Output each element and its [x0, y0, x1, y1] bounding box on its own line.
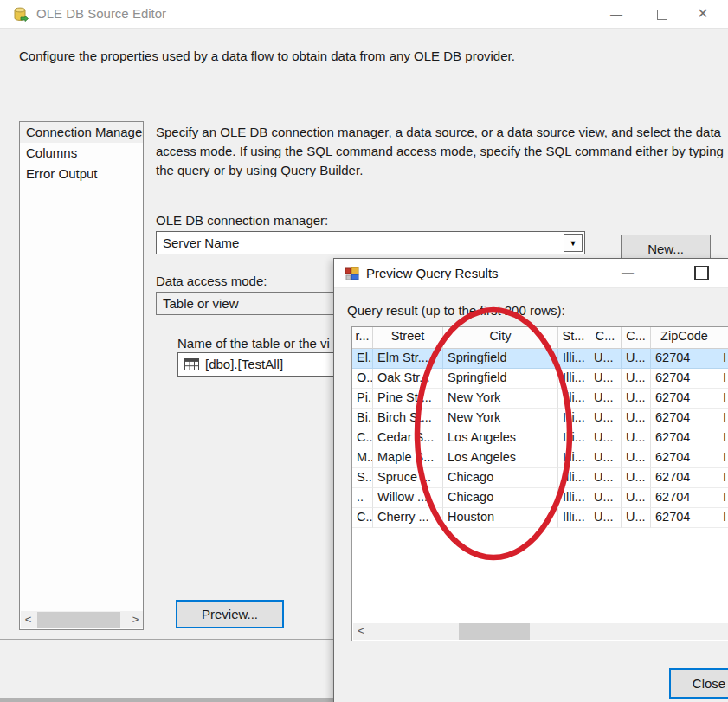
table-cell: U...	[589, 488, 622, 508]
table-cell: 62704	[651, 409, 718, 428]
table-row[interactable]: Pi...Pine Str...New YorkIlli...U...U...6…	[352, 389, 728, 409]
scrollbar-thumb[interactable]	[37, 612, 120, 628]
table-row[interactable]: Bi...Birch St...New YorkIlli...U...U...6…	[352, 409, 728, 428]
table-cell: I	[718, 409, 728, 428]
preview-titlebar: Preview Query Results —	[334, 259, 728, 288]
table-cell: Illi...	[558, 448, 589, 468]
table-cell: Chicago	[443, 468, 558, 488]
table-cell: Illi...	[558, 389, 589, 409]
table-cell: O...	[352, 369, 373, 389]
table-cell: Willow ...	[373, 488, 443, 508]
scroll-right-icon[interactable]: >	[128, 611, 143, 628]
table-cell: I	[718, 369, 728, 389]
table-row[interactable]: S...Spruce ...ChicagoIlli...U...U...6270…	[352, 468, 728, 488]
table-cell: Los Angeles	[443, 448, 558, 468]
table-cell: U...	[622, 349, 651, 369]
table-cell: I	[718, 508, 728, 528]
table-cell: Illi...	[558, 428, 589, 448]
table-row[interactable]: M...Maple S...Los AngelesIlli...U...U...…	[352, 448, 728, 468]
table-cell: U...	[589, 428, 622, 448]
grid-header-cell[interactable]: C...	[589, 327, 622, 349]
table-cell: I	[718, 389, 728, 409]
table-cell: Pi...	[352, 389, 373, 409]
table-cell: U...	[622, 468, 651, 488]
table-name-value-wrap: [dbo].[TestAll]	[184, 357, 283, 373]
scroll-left-icon[interactable]: <	[353, 623, 369, 640]
table-row[interactable]: El...Elm Str...SpringfieldIlli...U...U..…	[352, 349, 728, 369]
table-cell: Springfield	[443, 349, 558, 369]
data-access-mode-label: Data access mode:	[156, 274, 267, 288]
table-cell: M...	[352, 448, 373, 468]
table-cell: ..	[352, 488, 373, 508]
scrollbar-thumb[interactable]	[459, 623, 530, 640]
sidebar-item-columns[interactable]: Columns	[20, 143, 143, 164]
table-row[interactable]: C...Cedar S...Los AngelesIlli...U...U...…	[352, 428, 728, 448]
table-cell: C...	[352, 428, 373, 448]
sidebar-list: Connection ManagerColumnsError Output	[20, 122, 143, 184]
table-cell: U...	[622, 389, 651, 409]
preview-button[interactable]: Preview...	[176, 600, 284, 628]
table-cell: 62704	[651, 448, 718, 468]
table-cell: I	[718, 448, 728, 468]
table-cell: I	[718, 349, 728, 369]
chevron-down-icon[interactable]: ▼	[564, 234, 583, 252]
connection-manager-combobox[interactable]: Server Name ▼	[156, 231, 585, 254]
table-cell: U...	[622, 448, 651, 468]
close-icon[interactable]: ✕	[685, 0, 721, 28]
table-icon	[184, 358, 199, 373]
table-cell: Illi...	[558, 349, 589, 369]
grid-header-cell[interactable]: r...	[352, 327, 373, 349]
preview-minimize-icon[interactable]: —	[610, 259, 645, 287]
table-cell: U...	[589, 369, 622, 389]
table-cell: New York	[443, 389, 558, 409]
sidebar-horizontal-scrollbar[interactable]: < >	[21, 611, 143, 628]
table-cell: Los Angeles	[443, 428, 558, 448]
table-cell: U...	[589, 349, 622, 369]
preview-dialog-title: Preview Query Results	[366, 266, 499, 280]
minimize-icon[interactable]: —	[598, 0, 635, 28]
window-title: OLE DB Source Editor	[36, 6, 166, 21]
preview-query-results-dialog: Preview Query Results — Query result (up…	[333, 258, 728, 702]
scroll-left-icon[interactable]: <	[21, 611, 35, 628]
maximize-icon[interactable]	[644, 0, 680, 28]
table-cell: Illi...	[558, 488, 589, 508]
table-cell: New York	[443, 409, 558, 428]
table-cell: Oak Str...	[373, 369, 443, 389]
table-cell: C...	[352, 508, 373, 528]
table-cell: Pine Str...	[373, 389, 443, 409]
grid-header-cell[interactable]: C...	[622, 327, 651, 349]
grid-header-cell[interactable]: ZipCode	[651, 327, 718, 349]
table-cell: Bi...	[352, 409, 373, 428]
table-cell: Birch St...	[373, 409, 443, 428]
sidebar-item-error-output[interactable]: Error Output	[20, 164, 143, 184]
sidebar-page-list: Connection ManagerColumnsError Output < …	[19, 121, 144, 630]
table-row[interactable]: C...Cherry ...HoustonIlli...U...U...6270…	[352, 508, 728, 528]
dialog-description: Configure the properties used by a data …	[19, 48, 515, 63]
table-cell: 62704	[651, 468, 718, 488]
preview-maximize-icon[interactable]	[694, 266, 709, 280]
table-cell: Elm Str...	[373, 349, 443, 369]
table-cell: El...	[352, 349, 373, 369]
table-cell: Illi...	[558, 508, 589, 528]
table-row[interactable]: O...Oak Str...SpringfieldIlli...U...U...…	[352, 369, 728, 389]
table-cell: U...	[622, 369, 651, 389]
table-cell: Illi...	[558, 369, 589, 389]
table-cell: 62704	[651, 369, 718, 389]
table-cell: Maple S...	[373, 448, 443, 468]
close-button[interactable]: Close	[669, 668, 728, 699]
table-cell: U...	[589, 508, 622, 528]
table-cell: 62704	[651, 508, 718, 528]
grid-horizontal-scrollbar[interactable]: <	[353, 623, 728, 640]
table-cell: 62704	[651, 428, 718, 448]
grid-header-cell[interactable]: St...	[558, 327, 589, 349]
table-cell: U...	[622, 488, 651, 508]
table-cell: Cedar S...	[373, 428, 443, 448]
connection-manager-label: OLE DB connection manager:	[156, 213, 328, 228]
grid-header-cell[interactable]: Street	[373, 327, 443, 349]
grid-header-cell[interactable]: City	[443, 327, 558, 349]
table-row[interactable]: ..Willow ...ChicagoIlli...U...U...62704I	[352, 488, 728, 508]
sidebar-item-connection-manager[interactable]: Connection Manager	[20, 122, 143, 143]
grid-header-cell[interactable]	[718, 327, 728, 349]
table-cell: Springfield	[443, 369, 558, 389]
data-access-mode-combobox[interactable]: Table or view	[156, 292, 364, 315]
